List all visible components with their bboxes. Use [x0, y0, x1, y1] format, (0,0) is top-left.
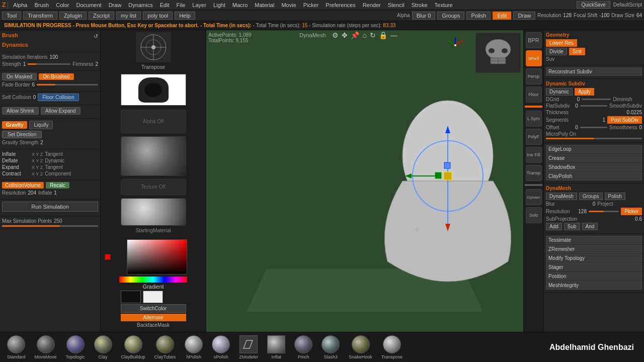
blur-button[interactable]: Blur 0 [412, 12, 436, 20]
fade-border-slider[interactable] [37, 84, 98, 85]
inflat-brush-btn[interactable]: Inflat [264, 334, 288, 360]
divide-btn[interactable]: Divide [546, 48, 567, 55]
claybuildup-brush-btn[interactable]: ClayBuildup [118, 334, 148, 360]
menu-texture[interactable]: Texture [432, 2, 456, 9]
collision-volume-btn[interactable]: CollisionVolume [2, 182, 44, 189]
tool-button[interactable]: Tool [2, 12, 21, 20]
movemove-brush-btn[interactable]: MoveMove [32, 334, 60, 360]
on-masked-btn[interactable]: On Masked [2, 73, 37, 80]
scene-container[interactable]: ✛ [206, 30, 523, 332]
persp-btn-right[interactable]: Persp [526, 68, 542, 84]
spix-btn[interactable]: SPix 3 [526, 50, 542, 66]
groups-btn-top[interactable]: Groups [437, 12, 464, 20]
alternate-btn[interactable]: Alternate [121, 314, 186, 321]
on-brushed-btn[interactable]: On Brushed [39, 73, 73, 80]
dynamic-btn[interactable]: Dynamic [546, 88, 573, 96]
spolish-brush-btn[interactable]: sPolish [209, 334, 233, 360]
position-btn[interactable]: Position [546, 272, 642, 281]
max-sim-slider[interactable] [2, 225, 98, 227]
black-swatch[interactable] [121, 291, 141, 303]
polytool-button[interactable]: poly tool [143, 12, 173, 20]
menu-stroke[interactable]: Stroke [409, 2, 431, 9]
polyf-btn[interactable]: PolyF [526, 129, 542, 145]
dynam-btn[interactable]: Dynam [526, 189, 542, 205]
topologic-brush-btn[interactable]: Topologic [63, 334, 88, 360]
quicksave-button[interactable]: QuickSave [577, 1, 610, 9]
polish-btn-right[interactable]: Polish [605, 193, 625, 200]
tessimate-btn[interactable]: Tessimate [546, 236, 642, 244]
menu-edit[interactable]: Edit [157, 2, 173, 9]
resolution-slider[interactable] [589, 211, 619, 212]
lsym-btn[interactable]: L Sym [526, 111, 542, 127]
solo-btn[interactable]: Solo [526, 207, 542, 223]
menu-material[interactable]: Material [252, 2, 277, 9]
liquify-btn[interactable]: Liquify [29, 121, 53, 129]
transp-btn[interactable]: Transp [526, 165, 542, 181]
allow-expand-btn[interactable]: Allow Expand [41, 107, 80, 115]
zscript-button[interactable]: Zscript [89, 12, 114, 20]
help-button[interactable]: Help [175, 12, 195, 20]
transform-widget[interactable] [136, 32, 171, 62]
menu-layer[interactable]: Layer [189, 2, 209, 9]
and-btn[interactable]: And [582, 223, 598, 230]
clay-polish-btn[interactable]: ClayPolish [546, 172, 642, 180]
menu-light[interactable]: Light [210, 2, 228, 9]
zmodeler-brush-btn[interactable]: ZModeler [236, 334, 261, 360]
bpr-btn[interactable]: BPR [526, 32, 542, 48]
post-subdiv-btn[interactable]: Post SubDiv [607, 116, 642, 124]
clay-brush-btn[interactable]: Clay [91, 334, 115, 360]
menu-brush[interactable]: Brush [31, 2, 52, 9]
hue-bar[interactable] [119, 277, 187, 283]
color-gradient-square[interactable] [127, 239, 187, 275]
pinch-brush-btn[interactable]: Pinch [291, 334, 315, 360]
lower-res-btn[interactable]: Lower Res [546, 39, 577, 47]
menu-macro[interactable]: Macro [229, 2, 251, 9]
menu-render[interactable]: Render [360, 2, 384, 9]
menu-preferences[interactable]: Preferences [323, 2, 358, 9]
polish-btn-top[interactable]: Polish [466, 12, 491, 20]
set-direction-btn[interactable]: Set Direction [2, 131, 42, 138]
mylist-button[interactable]: my list [116, 12, 141, 20]
menu-color[interactable]: Color [53, 2, 72, 9]
flatsubdiv-slider[interactable] [580, 105, 607, 107]
groups-btn-right[interactable]: Groups [579, 193, 603, 200]
menu-movie[interactable]: Movie [278, 2, 299, 9]
micropoly-slider[interactable] [546, 138, 642, 139]
crease-btn[interactable]: Crease [546, 154, 642, 162]
mesh-integrity-btn[interactable]: MeshIntegrity [546, 281, 642, 290]
menu-draw[interactable]: Draw [106, 2, 125, 9]
dgrid-slider[interactable] [582, 99, 611, 100]
stager-btn[interactable]: Stager [546, 263, 642, 272]
modify-topology-btn[interactable]: Modify Topology [546, 254, 642, 262]
menu-file[interactable]: File [174, 2, 189, 9]
dyna-mesh-btn[interactable]: DynaMesh [546, 193, 577, 200]
draw-btn-top[interactable]: Draw [513, 12, 535, 20]
hpolish-brush-btn[interactable]: hPolish [182, 334, 206, 360]
zplugin-button[interactable]: Zplugin [59, 12, 87, 20]
add-btn[interactable]: Add [546, 223, 562, 230]
picker-btn[interactable]: Picker [621, 208, 642, 215]
ine-fill-btn[interactable]: Ine Fill [526, 147, 542, 163]
snakehook-brush-btn[interactable]: SnakeHook [346, 334, 375, 360]
floor-collision-btn[interactable]: Floor Collision [38, 94, 78, 101]
menu-stencil[interactable]: Stencil [385, 2, 408, 9]
zremesher-btn[interactable]: ZRemesher [546, 245, 642, 253]
menu-dynamics[interactable]: Dynamics [125, 2, 155, 9]
slash3-brush-btn[interactable]: Slash3 [318, 334, 343, 360]
edit-btn-top[interactable]: Edit [493, 12, 511, 20]
viewport[interactable]: ActivePoints: 1,089 TotalPoints: 9,155 D… [206, 30, 523, 332]
sub-btn[interactable]: Sub [564, 223, 580, 230]
switch-color-btn[interactable]: SwitchColor [121, 304, 186, 313]
claytubes-brush-btn[interactable]: ClayTubes [151, 334, 179, 360]
gravity-btn[interactable]: Gravity [2, 121, 27, 129]
transform-button[interactable]: Transform [23, 12, 57, 20]
run-simulation-btn[interactable]: Run Simulation [2, 202, 98, 212]
transpose-btn[interactable]: Transpose [378, 334, 406, 360]
menu-alpha[interactable]: Alpha [10, 2, 30, 9]
menu-document[interactable]: Document [73, 2, 105, 9]
shadow-box-btn[interactable]: ShadowBox [546, 163, 642, 171]
standard-brush-btn[interactable]: Standard [4, 334, 29, 360]
allow-shrink-btn[interactable]: Allow Shrink [2, 107, 39, 115]
color-picker-area[interactable]: Gradient SwitchColor Alternate BackfaceM… [103, 236, 204, 330]
floor-btn[interactable]: Floor [526, 86, 542, 103]
